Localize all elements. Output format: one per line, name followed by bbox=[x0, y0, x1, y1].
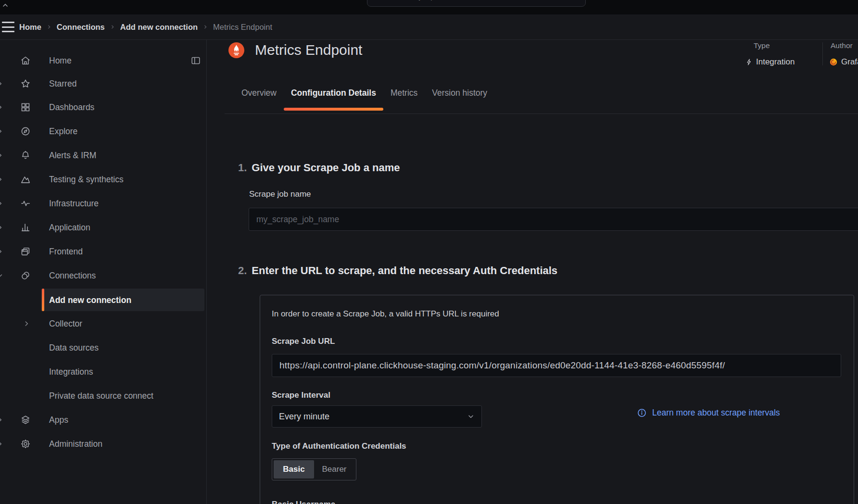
grafana-logo-icon bbox=[829, 58, 838, 66]
tab-bar: Overview Configuration Details Metrics V… bbox=[225, 77, 858, 114]
bar-chart-icon bbox=[20, 222, 31, 233]
sidebar-item-label: Starred bbox=[49, 79, 76, 89]
divider bbox=[822, 42, 823, 65]
top-strip bbox=[0, 0, 858, 14]
scrape-job-url-input[interactable] bbox=[272, 354, 841, 377]
sidebar-item-testing-synthetics[interactable]: Testing & synthetics bbox=[0, 170, 206, 189]
chevron-right-icon[interactable] bbox=[0, 441, 3, 447]
chevron-right-icon[interactable] bbox=[0, 248, 3, 255]
step-number: 1. bbox=[238, 162, 247, 174]
chevron-down-icon[interactable] bbox=[0, 272, 3, 279]
auth-type-radio-group: Basic Bearer bbox=[272, 458, 356, 480]
sidebar-item-infrastructure[interactable]: Infrastructure bbox=[0, 194, 206, 213]
scrape-intervals-link[interactable]: Learn more about scrape intervals bbox=[637, 408, 780, 418]
scrape-interval-label: Scrape Interval bbox=[272, 391, 330, 400]
breadcrumb-current: Metrics Endpoint bbox=[213, 23, 272, 32]
sidebar-item-data-sources[interactable]: Data sources bbox=[0, 338, 206, 357]
sidebar-item-label: Dashboards bbox=[49, 102, 94, 113]
chevron-down-icon bbox=[467, 413, 475, 420]
sidebar-item-label: Connections bbox=[49, 271, 96, 281]
chevron-right-icon[interactable] bbox=[0, 224, 3, 231]
auth-type-label: Type of Authentication Credentials bbox=[272, 441, 406, 451]
auth-option-bearer[interactable]: Bearer bbox=[314, 460, 354, 479]
sidebar-item-label: Private data source connect bbox=[49, 391, 153, 401]
step1-heading: 1. Give your Scrape Job a name bbox=[238, 162, 400, 174]
chevron-right-icon[interactable] bbox=[0, 104, 3, 111]
dashboards-icon bbox=[20, 102, 31, 113]
sidebar-item-frontend[interactable]: Frontend bbox=[0, 242, 206, 261]
chevron-right-icon[interactable] bbox=[0, 416, 3, 423]
sidebar-item-application[interactable]: Application bbox=[0, 218, 206, 237]
chevron-right-icon[interactable] bbox=[0, 128, 3, 135]
compass-icon bbox=[20, 126, 31, 137]
chevron-right-icon[interactable] bbox=[23, 320, 30, 327]
pulse-icon bbox=[20, 198, 31, 209]
sidebar-item-label: Explore bbox=[49, 126, 77, 137]
scrape-job-name-input[interactable] bbox=[249, 208, 858, 231]
breadcrumb-add-new-connection[interactable]: Add new connection bbox=[120, 23, 198, 32]
k6-mountain-icon bbox=[20, 174, 31, 185]
author-value: Grafana bbox=[829, 57, 858, 67]
sidebar-item-label: Data sources bbox=[49, 343, 99, 353]
sidebar-item-integrations[interactable]: Integrations bbox=[0, 362, 206, 381]
chevron-right-icon[interactable] bbox=[0, 152, 3, 159]
star-icon bbox=[20, 78, 31, 89]
sidebar-item-label: Add new connection bbox=[49, 295, 131, 305]
sidebar-item-dashboards[interactable]: Dashboards bbox=[0, 98, 206, 117]
sidebar-item-label: Home bbox=[49, 56, 72, 66]
home-icon bbox=[20, 55, 31, 66]
tab-metrics[interactable]: Metrics bbox=[383, 77, 425, 109]
global-search[interactable] bbox=[367, 0, 586, 7]
active-indicator bbox=[42, 289, 44, 311]
menu-icon[interactable] bbox=[2, 22, 14, 32]
sidebar-item-connections[interactable]: Connections bbox=[0, 266, 206, 285]
scrape-job-url-label: Scrape Job URL bbox=[272, 337, 335, 346]
panel-note: In order to create a Scrape Job, a valid… bbox=[272, 309, 499, 319]
layers-icon bbox=[20, 415, 31, 425]
type-label: Type bbox=[754, 41, 770, 50]
sidebar-item-label: Alerts & IRM bbox=[49, 151, 96, 161]
sidebar-item-label: Collector bbox=[49, 319, 82, 329]
sidebar-item-explore[interactable]: Explore bbox=[0, 122, 206, 141]
bolt-icon bbox=[745, 58, 753, 66]
prometheus-icon bbox=[228, 42, 244, 58]
mega-menu: Home Starred Dashboards Explore Alerts &… bbox=[0, 40, 207, 504]
sidebar-item-alerts-irm[interactable]: Alerts & IRM bbox=[0, 146, 206, 165]
chevron-right-icon[interactable] bbox=[0, 200, 3, 207]
sidebar-item-collector[interactable]: Collector bbox=[0, 314, 206, 333]
tab-version-history[interactable]: Version history bbox=[425, 77, 494, 109]
chevron-right-icon bbox=[203, 25, 208, 29]
sidebar-item-label: Apps bbox=[49, 415, 68, 425]
scrape-job-name-label: Scrape job name bbox=[249, 189, 311, 199]
tab-overview[interactable]: Overview bbox=[234, 77, 284, 109]
sidebar-item-label: Infrastructure bbox=[49, 199, 99, 209]
scrape-interval-select[interactable]: Every minute bbox=[272, 405, 482, 428]
sidebar-item-home[interactable]: Home bbox=[0, 51, 206, 70]
step2-heading: 2. Enter the URL to scrape, and the nece… bbox=[238, 265, 557, 277]
chevron-right-icon[interactable] bbox=[0, 176, 3, 183]
auth-option-basic[interactable]: Basic bbox=[274, 460, 314, 479]
search-input[interactable] bbox=[385, 0, 580, 1]
chevron-right-icon bbox=[110, 25, 115, 29]
sidebar-item-add-new-connection[interactable]: Add new connection bbox=[41, 289, 204, 311]
active-tab-underline bbox=[284, 108, 383, 111]
basic-username-label: Basic Username bbox=[272, 500, 335, 504]
step-title: Give your Scrape Job a name bbox=[252, 162, 400, 174]
info-icon bbox=[637, 408, 647, 418]
sidebar-item-starred[interactable]: Starred bbox=[0, 74, 206, 93]
gear-icon bbox=[20, 439, 31, 449]
sidebar-item-private-data-source-connect[interactable]: Private data source connect bbox=[0, 386, 206, 405]
chevron-right-icon[interactable] bbox=[0, 80, 3, 87]
chevron-up-icon bbox=[1, 1, 9, 9]
step-title: Enter the URL to scrape, and the necessa… bbox=[252, 265, 557, 277]
selected-interval: Every minute bbox=[279, 412, 329, 422]
breadcrumb-bar: Home Connections Add new connection Metr… bbox=[0, 14, 858, 40]
breadcrumb-home[interactable]: Home bbox=[19, 23, 41, 32]
breadcrumb-connections[interactable]: Connections bbox=[57, 23, 105, 32]
sidebar-item-label: Integrations bbox=[49, 367, 93, 377]
grafana-app: Home Connections Add new connection Metr… bbox=[0, 0, 858, 504]
sidebar-item-administration[interactable]: Administration bbox=[0, 434, 206, 454]
tab-configuration-details[interactable]: Configuration Details bbox=[284, 77, 383, 109]
sidebar-item-apps[interactable]: Apps bbox=[0, 410, 206, 429]
dock-menu-icon[interactable] bbox=[190, 55, 201, 66]
